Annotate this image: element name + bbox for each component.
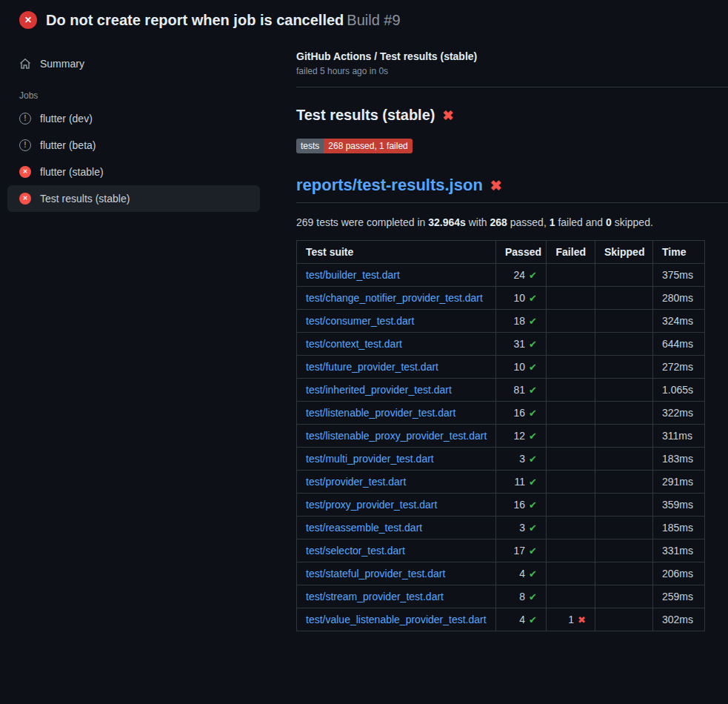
page-title: Do not create report when job is cancell… bbox=[46, 12, 401, 29]
failed-cell bbox=[547, 402, 595, 425]
summary-prefix: 269 tests were completed in bbox=[296, 216, 428, 228]
sidebar: Summary Jobs ! flutter (dev) ! flutter (… bbox=[0, 39, 278, 212]
sidebar-item-label: Summary bbox=[40, 58, 84, 70]
time-cell: 324ms bbox=[653, 310, 705, 333]
passed-cell: 10✔ bbox=[496, 287, 547, 310]
suite-cell: test/listenable_proxy_provider_test.dart bbox=[297, 425, 496, 448]
suite-link[interactable]: test/inherited_provider_test.dart bbox=[306, 384, 452, 396]
table-header-row: Test suite Passed Failed Skipped Time bbox=[297, 241, 705, 264]
table-row: test/listenable_proxy_provider_test.dart… bbox=[297, 425, 705, 448]
divider bbox=[296, 87, 728, 87]
suite-link[interactable]: test/stateful_provider_test.dart bbox=[306, 568, 445, 580]
passed-cell-value: 17 bbox=[514, 545, 526, 557]
time-cell: 644ms bbox=[653, 333, 705, 356]
table-row: test/future_provider_test.dart10✔272ms bbox=[297, 356, 705, 379]
suite-link[interactable]: test/multi_provider_test.dart bbox=[306, 453, 434, 465]
sidebar-item-flutter-dev[interactable]: ! flutter (dev) bbox=[7, 105, 260, 132]
passed-cell: 16✔ bbox=[496, 494, 547, 517]
skipped-cell bbox=[595, 310, 653, 333]
suite-cell: test/value_listenable_provider_test.dart bbox=[297, 608, 496, 631]
passed-cell: 4✔ bbox=[496, 608, 547, 631]
suite-link[interactable]: test/selector_test.dart bbox=[306, 545, 405, 557]
x-icon: ✖ bbox=[578, 614, 586, 625]
suite-link[interactable]: test/change_notifier_provider_test.dart bbox=[306, 292, 483, 304]
passed-cell-value: 24 bbox=[514, 269, 526, 281]
suite-cell: test/stream_provider_test.dart bbox=[297, 585, 496, 608]
check-icon: ✔ bbox=[529, 385, 537, 396]
run-meta: failed 5 hours ago in 0s bbox=[296, 66, 728, 76]
passed-cell: 18✔ bbox=[496, 310, 547, 333]
suite-link[interactable]: test/listenable_proxy_provider_test.dart bbox=[306, 430, 487, 442]
suite-link[interactable]: test/listenable_provider_test.dart bbox=[306, 407, 455, 419]
failed-cell bbox=[547, 448, 595, 471]
table-row: test/builder_test.dart24✔375ms bbox=[297, 264, 705, 287]
table-row: test/stream_provider_test.dart8✔259ms bbox=[297, 585, 705, 608]
summary-failed-count: 1 bbox=[550, 216, 555, 228]
time-cell: 322ms bbox=[653, 402, 705, 425]
passed-cell-value: 18 bbox=[514, 315, 526, 327]
sidebar-item-flutter-beta[interactable]: ! flutter (beta) bbox=[7, 132, 260, 159]
failed-x-icon: ✖ bbox=[490, 177, 502, 194]
time-cell: 291ms bbox=[653, 471, 705, 494]
time-cell: 259ms bbox=[653, 585, 705, 608]
table-row: test/multi_provider_test.dart3✔183ms bbox=[297, 448, 705, 471]
suite-cell: test/consumer_test.dart bbox=[297, 310, 496, 333]
suite-cell: test/reassemble_test.dart bbox=[297, 517, 496, 539]
sidebar-item-flutter-stable[interactable]: ✕ flutter (stable) bbox=[7, 159, 260, 185]
failed-cell bbox=[547, 287, 595, 310]
badge-label: tests bbox=[296, 139, 324, 153]
summary-with: with bbox=[466, 216, 490, 228]
sidebar-item-test-results-stable[interactable]: ✕ Test results (stable) bbox=[7, 185, 260, 212]
suite-link[interactable]: test/builder_test.dart bbox=[306, 269, 400, 281]
table-row: test/proxy_provider_test.dart16✔359ms bbox=[297, 494, 705, 517]
passed-cell: 3✔ bbox=[496, 517, 547, 539]
time-cell: 311ms bbox=[653, 425, 705, 448]
check-icon: ✔ bbox=[529, 339, 537, 350]
passed-cell: 31✔ bbox=[496, 333, 547, 356]
col-header-skipped: Skipped bbox=[595, 241, 653, 264]
failed-cell bbox=[547, 379, 595, 402]
skipped-cell bbox=[595, 379, 653, 402]
failed-cell bbox=[547, 562, 595, 585]
sidebar-item-label: flutter (beta) bbox=[40, 139, 96, 151]
passed-cell: 8✔ bbox=[496, 585, 547, 608]
suite-cell: test/proxy_provider_test.dart bbox=[297, 494, 496, 517]
passed-cell-value: 81 bbox=[514, 384, 526, 396]
check-icon: ✔ bbox=[529, 408, 537, 419]
skipped-cell bbox=[595, 471, 653, 494]
report-link[interactable]: reports/test-results.json bbox=[296, 176, 483, 195]
suite-cell: test/stateful_provider_test.dart bbox=[297, 562, 496, 585]
build-header: ✕ Do not create report when job is cance… bbox=[0, 0, 728, 39]
suite-link[interactable]: test/provider_test.dart bbox=[306, 476, 406, 488]
table-row: test/stateful_provider_test.dart4✔206ms bbox=[297, 562, 705, 585]
failed-cell bbox=[547, 264, 595, 287]
suite-link[interactable]: test/stream_provider_test.dart bbox=[306, 591, 444, 602]
passed-cell: 10✔ bbox=[496, 356, 547, 379]
time-cell: 280ms bbox=[653, 287, 705, 310]
passed-cell-value: 3 bbox=[519, 522, 525, 534]
suite-link[interactable]: test/context_test.dart bbox=[306, 338, 402, 350]
time-cell: 1.065s bbox=[653, 379, 705, 402]
summary-passed-label: passed, bbox=[507, 216, 550, 228]
tests-badge: tests268 passed, 1 failed bbox=[296, 139, 413, 153]
suite-link[interactable]: test/consumer_test.dart bbox=[306, 315, 414, 327]
suite-link[interactable]: test/reassemble_test.dart bbox=[306, 522, 422, 534]
build-title: Do not create report when job is cancell… bbox=[46, 12, 344, 28]
suite-link[interactable]: test/value_listenable_provider_test.dart bbox=[306, 614, 487, 625]
time-cell: 183ms bbox=[653, 448, 705, 471]
passed-cell-value: 4 bbox=[519, 614, 525, 625]
check-icon: ✔ bbox=[529, 270, 537, 281]
suite-link[interactable]: test/future_provider_test.dart bbox=[306, 361, 438, 373]
table-row: test/provider_test.dart11✔291ms bbox=[297, 471, 705, 494]
passed-cell: 11✔ bbox=[496, 471, 547, 494]
check-icon: ✔ bbox=[529, 568, 537, 580]
passed-cell: 17✔ bbox=[496, 539, 547, 562]
failed-cell bbox=[547, 539, 595, 562]
sidebar-item-summary[interactable]: Summary bbox=[7, 50, 260, 77]
failed-cell bbox=[547, 425, 595, 448]
failed-cell bbox=[547, 333, 595, 356]
failed-cell bbox=[547, 310, 595, 333]
suite-link[interactable]: test/proxy_provider_test.dart bbox=[306, 499, 437, 511]
col-header-test-suite: Test suite bbox=[297, 241, 496, 264]
x-circle-icon: ✕ bbox=[19, 193, 31, 205]
